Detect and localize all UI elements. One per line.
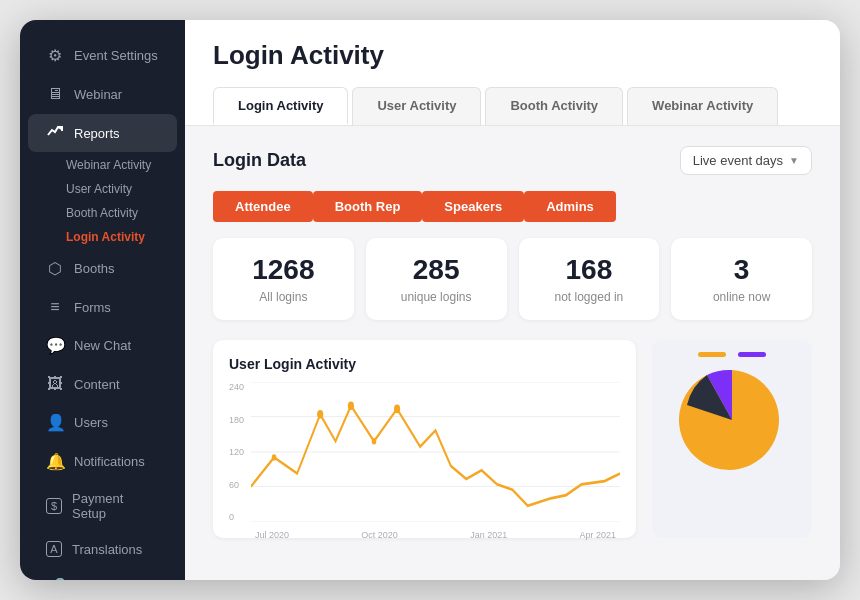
sidebar-item-payment[interactable]: $ Payment Setup xyxy=(28,482,177,530)
sidebar-item-translations[interactable]: A Translations xyxy=(28,532,177,566)
reports-icon xyxy=(46,123,64,143)
users-icon: 👤 xyxy=(46,413,64,432)
main-content: Login Activity Login Activity User Activ… xyxy=(185,20,840,580)
sidebar: ⚙ Event Settings 🖥 Webinar Reports Webin… xyxy=(20,20,185,580)
category-tabs: Attendee Booth Rep Speakers Admins xyxy=(213,191,812,222)
sidebar-item-forms[interactable]: ≡ Forms xyxy=(28,289,177,325)
sidebar-item-notifications[interactable]: 🔔 Notifications xyxy=(28,443,177,480)
legend-item-purple xyxy=(738,352,766,357)
cat-tab-admins[interactable]: Admins xyxy=(524,191,616,222)
cat-tab-speakers[interactable]: Speakers xyxy=(422,191,524,222)
translations-icon: A xyxy=(46,541,62,557)
sidebar-item-booths[interactable]: ⬡ Booths xyxy=(28,250,177,287)
monitor-icon: 🖥 xyxy=(46,85,64,103)
x-label-jul: Jul 2020 xyxy=(255,530,289,540)
chat-icon: 💬 xyxy=(46,336,64,355)
sidebar-item-new-chat[interactable]: 💬 New Chat xyxy=(28,327,177,364)
sidebar-item-webinar[interactable]: 🖥 Webinar xyxy=(28,76,177,112)
legend-yellow-dot xyxy=(698,352,726,357)
x-label-jan: Jan 2021 xyxy=(470,530,507,540)
sidebar-sub-booth-activity[interactable]: Booth Activity xyxy=(20,201,185,225)
line-chart-svg xyxy=(251,382,620,522)
pie-legend xyxy=(664,352,800,357)
pie-chart xyxy=(677,365,787,475)
sidebar-item-integrations[interactable]: 🔗 Integrations xyxy=(28,568,177,580)
tab-webinar-activity[interactable]: Webinar Activity xyxy=(627,87,778,125)
tab-booth-activity[interactable]: Booth Activity xyxy=(485,87,623,125)
date-range-dropdown[interactable]: Live event days ▼ xyxy=(680,146,812,175)
pie-svg xyxy=(677,365,787,475)
integrations-icon: 🔗 xyxy=(46,577,64,580)
svg-point-9 xyxy=(372,438,377,444)
cat-tab-attendee[interactable]: Attendee xyxy=(213,191,313,222)
line-chart-card: User Login Activity 240 180 120 60 0 xyxy=(213,340,636,538)
chart-section: User Login Activity 240 180 120 60 0 xyxy=(213,340,812,538)
page-header: Login Activity Login Activity User Activ… xyxy=(185,20,840,126)
booths-icon: ⬡ xyxy=(46,259,64,278)
svg-point-8 xyxy=(272,454,277,460)
svg-point-7 xyxy=(394,405,400,414)
page-title: Login Activity xyxy=(213,40,812,71)
section-title: Login Data xyxy=(213,150,306,171)
bottom-legend-bars xyxy=(723,487,741,492)
content-area: Login Data Live event days ▼ Attendee Bo… xyxy=(185,126,840,580)
section-header: Login Data Live event days ▼ xyxy=(213,146,812,175)
stat-not-logged-in: 168 not logged in xyxy=(519,238,660,320)
chart-title: User Login Activity xyxy=(229,356,620,372)
forms-icon: ≡ xyxy=(46,298,64,316)
bell-icon: 🔔 xyxy=(46,452,64,471)
tab-user-activity[interactable]: User Activity xyxy=(352,87,481,125)
x-label-apr: Apr 2021 xyxy=(579,530,616,540)
gear-icon: ⚙ xyxy=(46,46,64,65)
svg-point-6 xyxy=(348,401,354,410)
cat-tab-booth-rep[interactable]: Booth Rep xyxy=(313,191,423,222)
content-icon: 🖼 xyxy=(46,375,64,393)
stat-unique-logins: 285 unique logins xyxy=(366,238,507,320)
sidebar-item-event-settings[interactable]: ⚙ Event Settings xyxy=(28,37,177,74)
sidebar-item-content[interactable]: 🖼 Content xyxy=(28,366,177,402)
main-tabs: Login Activity User Activity Booth Activ… xyxy=(213,87,812,125)
stat-online-now: 3 online now xyxy=(671,238,812,320)
stat-all-logins: 1268 All logins xyxy=(213,238,354,320)
y-axis: 240 180 120 60 0 xyxy=(229,382,244,522)
stats-row: 1268 All logins 285 unique logins 168 no… xyxy=(213,238,812,320)
tab-login-activity[interactable]: Login Activity xyxy=(213,87,348,125)
x-label-oct: Oct 2020 xyxy=(361,530,398,540)
legend-item-yellow xyxy=(698,352,726,357)
sidebar-sub-webinar-activity[interactable]: Webinar Activity xyxy=(20,153,185,177)
pie-chart-card xyxy=(652,340,812,538)
sidebar-item-reports[interactable]: Reports xyxy=(28,114,177,152)
sidebar-sub-login-activity[interactable]: Login Activity xyxy=(20,225,185,249)
sidebar-sub-user-activity[interactable]: User Activity xyxy=(20,177,185,201)
legend-purple-dot xyxy=(738,352,766,357)
payment-icon: $ xyxy=(46,498,62,514)
svg-point-5 xyxy=(317,410,323,419)
chevron-down-icon: ▼ xyxy=(789,155,799,166)
sidebar-item-users[interactable]: 👤 Users xyxy=(28,404,177,441)
chart-area: Jul 2020 Oct 2020 Jan 2021 Apr 2021 xyxy=(251,382,620,540)
